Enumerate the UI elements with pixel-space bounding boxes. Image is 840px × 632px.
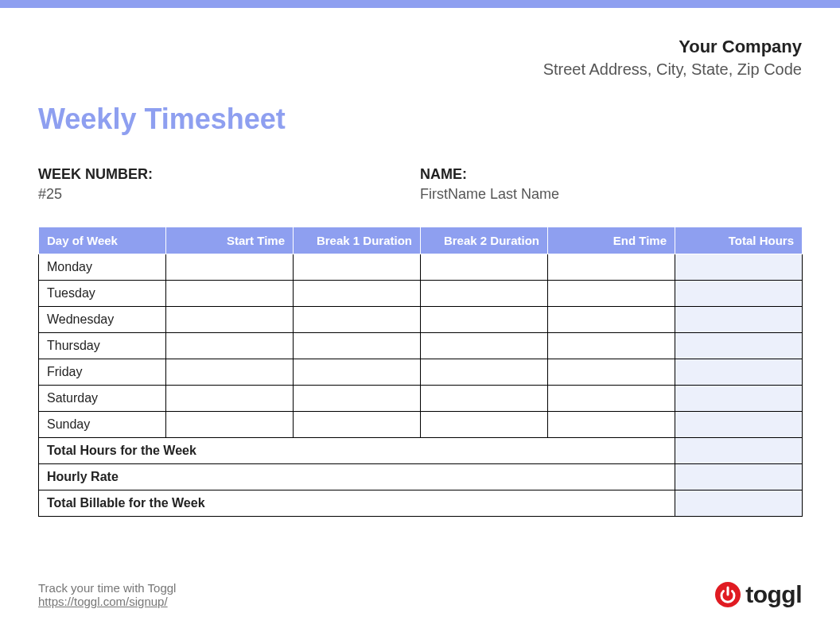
- cell-day: Monday: [39, 254, 166, 281]
- th-start: Start Time: [166, 227, 294, 254]
- cell-end: [548, 307, 675, 333]
- table-header-row: Day of Week Start Time Break 1 Duration …: [39, 227, 803, 254]
- cell-break2: [421, 254, 548, 281]
- company-address: Street Address, City, State, Zip Code: [38, 60, 802, 79]
- cell-break1: [294, 412, 421, 438]
- week-number-label: WEEK NUMBER:: [38, 166, 420, 183]
- cell-start: [166, 333, 294, 359]
- cell-start: [166, 281, 294, 307]
- cell-day: Wednesday: [39, 307, 166, 333]
- table-row: Sunday: [39, 412, 803, 438]
- footer-left: Track your time with Toggl https://toggl…: [38, 581, 176, 608]
- timesheet-table: Day of Week Start Time Break 1 Duration …: [38, 227, 803, 517]
- page-title: Weekly Timesheet: [38, 103, 802, 136]
- summary-row-total-hours: Total Hours for the Week: [39, 438, 803, 464]
- footer-text: Track your time with Toggl: [38, 581, 176, 595]
- cell-start: [166, 359, 294, 386]
- cell-break2: [421, 412, 548, 438]
- cell-day: Friday: [39, 359, 166, 386]
- cell-end: [548, 359, 675, 386]
- total-billable-label: Total Billable for the Week: [39, 490, 675, 517]
- cell-start: [166, 254, 294, 281]
- th-break1: Break 1 Duration: [294, 227, 421, 254]
- cell-end: [548, 281, 675, 307]
- cell-total: [675, 412, 803, 438]
- table-row: Tuesday: [39, 281, 803, 307]
- power-icon: [715, 582, 741, 607]
- cell-break2: [421, 359, 548, 386]
- cell-day: Saturday: [39, 386, 166, 412]
- total-billable-value: [675, 490, 803, 517]
- cell-day: Tuesday: [39, 281, 166, 307]
- th-total: Total Hours: [675, 227, 803, 254]
- cell-break1: [294, 359, 421, 386]
- top-accent-bar: [0, 0, 840, 8]
- cell-day: Thursday: [39, 333, 166, 359]
- cell-break2: [421, 333, 548, 359]
- table-row: Monday: [39, 254, 803, 281]
- page-content: Your Company Street Address, City, State…: [0, 8, 840, 517]
- cell-total: [675, 359, 803, 386]
- cell-total: [675, 307, 803, 333]
- hourly-rate-label: Hourly Rate: [39, 464, 675, 490]
- footer: Track your time with Toggl https://toggl…: [38, 581, 802, 608]
- summary-row-hourly-rate: Hourly Rate: [39, 464, 803, 490]
- table-body: MondayTuesdayWednesdayThursdayFridaySatu…: [39, 254, 803, 438]
- th-break2: Break 2 Duration: [421, 227, 548, 254]
- cell-start: [166, 386, 294, 412]
- name-value: FirstName Last Name: [420, 186, 802, 203]
- cell-total: [675, 281, 803, 307]
- cell-end: [548, 254, 675, 281]
- cell-start: [166, 412, 294, 438]
- hourly-rate-value: [675, 464, 803, 490]
- company-block: Your Company Street Address, City, State…: [38, 37, 802, 79]
- summary-row-total-billable: Total Billable for the Week: [39, 490, 803, 517]
- toggl-logo: toggl: [715, 581, 802, 608]
- cell-end: [548, 386, 675, 412]
- logo-text: toggl: [745, 581, 802, 608]
- table-row: Thursday: [39, 333, 803, 359]
- week-number-value: #25: [38, 186, 420, 203]
- cell-break2: [421, 386, 548, 412]
- cell-break1: [294, 307, 421, 333]
- table-row: Saturday: [39, 386, 803, 412]
- cell-total: [675, 254, 803, 281]
- table-row: Friday: [39, 359, 803, 386]
- cell-break1: [294, 386, 421, 412]
- cell-end: [548, 412, 675, 438]
- total-hours-week-label: Total Hours for the Week: [39, 438, 675, 464]
- th-end: End Time: [548, 227, 675, 254]
- name-label: NAME:: [420, 166, 802, 183]
- signup-link[interactable]: https://toggl.com/signup/: [38, 595, 168, 608]
- table-summary: Total Hours for the Week Hourly Rate Tot…: [39, 438, 803, 517]
- cell-break1: [294, 254, 421, 281]
- cell-break1: [294, 333, 421, 359]
- cell-day: Sunday: [39, 412, 166, 438]
- cell-start: [166, 307, 294, 333]
- th-day: Day of Week: [39, 227, 166, 254]
- company-name: Your Company: [38, 37, 802, 57]
- cell-break2: [421, 307, 548, 333]
- meta-block: WEEK NUMBER: #25 NAME: FirstName Last Na…: [38, 166, 802, 203]
- cell-break1: [294, 281, 421, 307]
- cell-end: [548, 333, 675, 359]
- cell-total: [675, 386, 803, 412]
- table-row: Wednesday: [39, 307, 803, 333]
- cell-total: [675, 333, 803, 359]
- meta-week: WEEK NUMBER: #25: [38, 166, 420, 203]
- total-hours-week-value: [675, 438, 803, 464]
- meta-name: NAME: FirstName Last Name: [420, 166, 802, 203]
- cell-break2: [421, 281, 548, 307]
